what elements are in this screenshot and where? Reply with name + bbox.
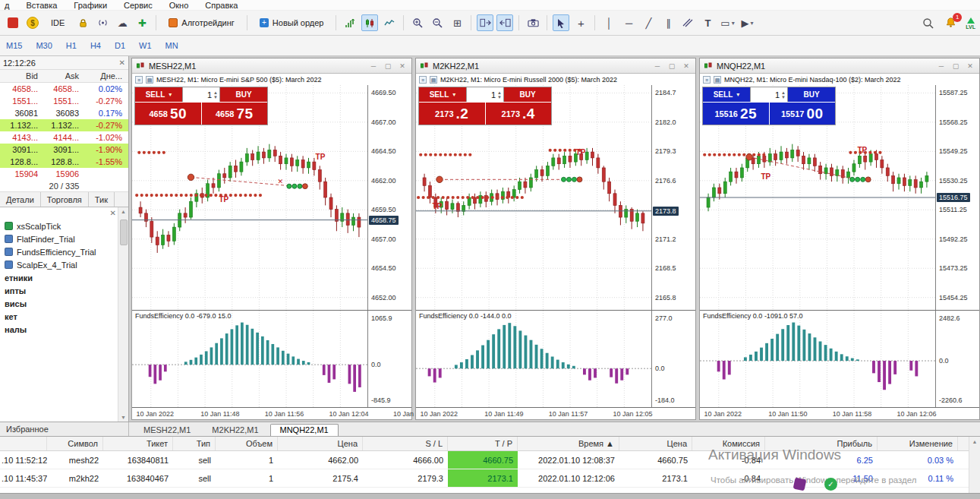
timeframe-h1[interactable]: H1 bbox=[66, 41, 77, 50]
price-chart-pane[interactable]: TPTP✕ SELL▾ 1▲▼ BUY 465850 465875 bbox=[132, 85, 367, 310]
close-market-watch-icon[interactable]: ✕ bbox=[119, 58, 125, 67]
column-header[interactable]: Прибыль bbox=[765, 437, 878, 450]
navigator-item[interactable]: FlatFinder_Trial bbox=[5, 232, 128, 245]
trade-row[interactable]: .10 11:52:12mesh22163840811sell14662.004… bbox=[0, 451, 980, 469]
price-axis[interactable]: 2184.72182.02179.32176.62173.92171.22168… bbox=[651, 85, 695, 310]
price-axis[interactable]: 15587.2515568.2515549.2515530.2515511.25… bbox=[935, 85, 979, 310]
timeframe-m15[interactable]: M15 bbox=[6, 41, 22, 50]
lock-icon[interactable] bbox=[74, 14, 91, 31]
sell-button[interactable]: SELL▾ bbox=[703, 87, 750, 102]
volume-stepper[interactable]: 1▲▼ bbox=[466, 87, 504, 102]
time-axis[interactable]: 10 Jan 202210 Jan 11:4910 Jan 11:5710 Ja… bbox=[416, 407, 695, 419]
navigator-scrollbar[interactable]: ▲ ▼ bbox=[118, 207, 128, 422]
minimize-button[interactable]: ─ bbox=[936, 62, 947, 70]
column-header[interactable]: Дне... bbox=[82, 71, 125, 81]
time-axis[interactable]: 10 Jan 202210 Jan 11:5010 Jan 11:5810 Ja… bbox=[700, 407, 979, 419]
menu-item[interactable]: Вставка bbox=[26, 1, 57, 10]
column-header[interactable]: Тип bbox=[173, 437, 216, 450]
column-header[interactable]: Время ▲ bbox=[518, 437, 619, 450]
chart-menu-icon[interactable]: ≡ bbox=[419, 76, 427, 84]
menu-item[interactable]: д bbox=[5, 1, 9, 10]
timeframe-m30[interactable]: M30 bbox=[36, 41, 52, 50]
vertical-line-tool-icon[interactable]: │ bbox=[600, 14, 617, 31]
column-header[interactable]: S / L bbox=[363, 437, 448, 450]
menu-item[interactable]: Графики bbox=[74, 1, 107, 10]
column-header[interactable]: Изменение bbox=[878, 437, 958, 450]
arrows-tool-icon[interactable]: ▶▾ bbox=[739, 14, 755, 31]
market-watch-tab-детали[interactable]: Детали bbox=[0, 192, 41, 207]
grid-icon[interactable]: ⊞ bbox=[449, 14, 465, 31]
market-watch-row[interactable]: 128.8...128.8...-1.55% bbox=[0, 156, 128, 168]
navigator-item[interactable]: FundsEfficiency_Trial bbox=[5, 245, 128, 258]
navigator-item[interactable]: етники bbox=[5, 271, 128, 284]
chart-title-bar[interactable]: MESH22,M1 ─ ▢ ✕ bbox=[132, 58, 411, 74]
text-tool-icon[interactable]: T bbox=[699, 14, 716, 31]
price-chart-pane[interactable]: TPTP SELL▾ 1▲▼ BUY 2173.2 2173.4 bbox=[416, 85, 651, 310]
column-header[interactable]: Ask bbox=[41, 71, 82, 81]
sell-button[interactable]: SELL▾ bbox=[419, 87, 466, 102]
channel-tool-icon[interactable]: ∥ bbox=[660, 14, 676, 31]
algotrading-button[interactable]: Алготрейдинг bbox=[162, 14, 241, 32]
chart-tab-m2kh22-m1[interactable]: M2KH22,M1 bbox=[202, 424, 268, 436]
chart-shift-icon[interactable] bbox=[496, 14, 513, 31]
notifications-bell-icon[interactable]: 1 bbox=[945, 17, 956, 30]
buy-button[interactable]: BUY bbox=[504, 87, 551, 102]
menu-item[interactable]: Сервис bbox=[124, 1, 153, 10]
market-watch-row[interactable]: 36081360830.17% bbox=[0, 107, 128, 119]
lvl-indicator-icon[interactable]: LVL bbox=[966, 17, 975, 30]
chart-tab-mnqh22-m1[interactable]: MNQH22,M1 bbox=[270, 424, 339, 436]
market-watch-row[interactable]: 1.132...1.132...-0.27% bbox=[0, 119, 128, 131]
navigator-item[interactable]: кет bbox=[5, 310, 128, 323]
equidistant-channel-icon[interactable] bbox=[679, 14, 696, 31]
chart-menu-icon[interactable]: ≡ bbox=[703, 76, 711, 84]
ohlc-icon[interactable]: ▤ bbox=[430, 76, 437, 84]
market-watch-row[interactable]: 4143...4144...-1.02% bbox=[0, 131, 128, 144]
sell-button[interactable]: SELL▾ bbox=[135, 87, 182, 102]
indicator-pane[interactable]: FundsEfficiency 0.0 -679.0 15.0 bbox=[132, 311, 367, 407]
column-header[interactable]: Комиссия bbox=[692, 437, 765, 450]
timeframe-mn[interactable]: MN bbox=[165, 41, 178, 50]
timeframe-w1[interactable]: W1 bbox=[139, 41, 152, 50]
horizontal-line-tool-icon[interactable]: ─ bbox=[620, 14, 637, 31]
chart-title-bar[interactable]: MNQH22,M1 ─ ▢ ✕ bbox=[700, 58, 979, 74]
chart-title-bar[interactable]: M2KH22,M1 ─ ▢ ✕ bbox=[416, 58, 695, 74]
price-board-icon[interactable] bbox=[5, 14, 21, 31]
market-watch-tab-тик[interactable]: Тик bbox=[89, 192, 115, 207]
minimize-button[interactable]: ─ bbox=[368, 62, 379, 70]
navigator-item[interactable]: висы bbox=[5, 297, 128, 310]
column-header[interactable] bbox=[0, 437, 47, 450]
navigator-item[interactable]: ипты bbox=[5, 284, 128, 297]
line-chart-icon[interactable] bbox=[381, 14, 398, 31]
close-button[interactable]: ✕ bbox=[965, 62, 975, 70]
timeframe-d1[interactable]: D1 bbox=[115, 41, 125, 50]
signals-icon[interactable] bbox=[94, 14, 111, 31]
maximize-button[interactable]: ▢ bbox=[383, 62, 393, 70]
chart-tab-mesh22-m1[interactable]: MESH22,M1 bbox=[134, 424, 200, 436]
trade-panel-scrollbar[interactable]: ▲ bbox=[969, 437, 980, 493]
crosshair-icon[interactable]: + bbox=[572, 14, 589, 31]
ohlc-icon[interactable]: ▤ bbox=[714, 76, 721, 84]
column-header[interactable]: Объем bbox=[216, 437, 278, 450]
dollar-icon[interactable]: $ bbox=[24, 14, 41, 31]
buy-button[interactable]: BUY bbox=[220, 87, 267, 102]
add-icon[interactable]: ✚ bbox=[134, 14, 150, 31]
scroll-down-icon[interactable]: ▼ bbox=[121, 413, 126, 422]
price-axis[interactable]: 4669.504667.004664.504662.004659.504657.… bbox=[367, 85, 411, 310]
market-watch-row[interactable]: 4658...4658...0.02% bbox=[0, 83, 128, 95]
cloud-icon[interactable]: ☁ bbox=[114, 14, 131, 31]
volume-stepper[interactable]: 1▲▼ bbox=[750, 87, 788, 102]
scrollbar-thumb[interactable] bbox=[120, 219, 128, 245]
close-navigator-icon[interactable]: ✕ bbox=[110, 209, 116, 217]
zoom-out-icon[interactable] bbox=[429, 14, 446, 31]
column-header[interactable]: Bid bbox=[0, 71, 41, 81]
maximize-button[interactable]: ▢ bbox=[950, 62, 961, 70]
market-watch-tab-торговля[interactable]: Торговля bbox=[41, 192, 89, 207]
navigator-item[interactable]: налы bbox=[5, 323, 128, 336]
navigator-item[interactable]: xsScalpTick bbox=[5, 219, 128, 232]
favorites-tab[interactable]: Избранное bbox=[0, 422, 129, 436]
scroll-up-icon[interactable]: ▲ bbox=[121, 207, 126, 216]
indicator-pane[interactable]: FundsEfficiency 0.0 -1091.0 57.0 bbox=[700, 311, 935, 407]
column-header[interactable]: T / P bbox=[448, 437, 518, 450]
scroll-up-icon[interactable]: ▲ bbox=[969, 437, 980, 444]
maximize-button[interactable]: ▢ bbox=[666, 62, 677, 70]
